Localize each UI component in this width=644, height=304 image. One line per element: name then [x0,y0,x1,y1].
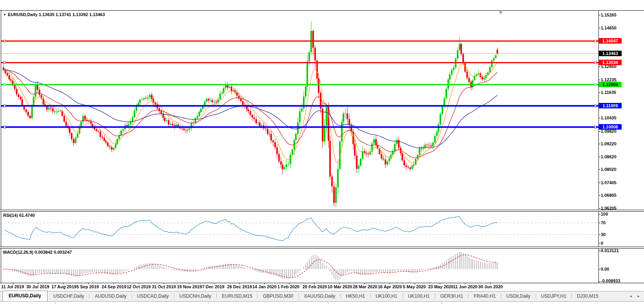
chart-tab-eurusd-m15[interactable]: EURUSD,M15 [217,292,257,301]
date-axis-label: 16 Apr 2020 [378,284,402,289]
date-axis-label: 14 Jan 2020 [252,284,277,289]
chart-shift-marker[interactable] [499,11,503,14]
chart-title-ohlc: 1.13635 1.13741 1.13392 1.13463 [39,12,105,17]
tab-scroll-arrows: ◄ ► [629,295,644,301]
price-axis-label: 1.06805 [601,193,617,198]
macd-axis-label: 0.00 [601,267,609,271]
date-axis-label: 23 May 2020 [428,284,453,289]
price-axis-label: 1.11635 [601,90,616,95]
date-axis-label: 17 Aug 2019 [51,284,77,289]
date-axis-label: 30 Jun 2020 [478,284,503,289]
chart-tabs: EURUSD,DailyUSDCHF,DailyAUDUSD,DailyUSDC… [2,291,604,301]
date-axis-label: 30 Jul 2019 [26,284,49,289]
date-axis-label: 31 Oct 2019 [152,284,176,289]
price-axis-label: 1.08620 [601,154,617,159]
price-axis-label: 1.14650 [601,26,617,30]
date-axis-label: 24 Sep 2019 [102,284,126,289]
chart-tab-fra40-h1[interactable]: FRA40,H1 [468,292,501,301]
price-axis-label: 1.09220 [601,141,617,146]
chart-tab-audusd-daily[interactable]: AUDUSD,Daily [90,292,132,301]
chart-tab-ger30-h1[interactable]: GER30,H1 [435,292,468,301]
rsi-indicator-label: RSI(14) 61.4740 [3,213,35,218]
chart-tab-usdcad-daily[interactable]: USDCAD,Daily [132,292,174,301]
line-price-label: 1.13034 [599,60,622,65]
mt4-window: ▼ M1M5M15M30H1H4D1W1MN ▼EURUSD,Daily 1.1… [0,0,644,304]
chart-tab-usoil-daily[interactable]: USOil,Daily [501,292,535,301]
window-caret-icon[interactable]: ▼ [3,13,6,16]
bottom-panel-edge [0,302,644,304]
chart-tab-xauusd-daily[interactable]: XAUUSD,Daily [299,292,340,301]
chart-tab-usdchf-daily[interactable]: USDCHF,Daily [48,292,90,301]
macd-indicator-label: MACD(12,26,9) 0.003842 0.003247 [3,250,72,255]
date-axis-label: 5 May 2020 [403,284,426,289]
date-axis-label: 5 Sep 2019 [77,284,99,289]
rsi-axis-label: 0 [601,241,603,245]
chart-tab-usdcnh-daily[interactable]: USDCNH,Daily [174,292,216,301]
line-price-label: 1.12004 [599,82,622,87]
rsi-axis-label: 70 [601,220,606,225]
chart-tab-usdjpy-h1[interactable]: USDJPY,H1 [536,292,571,301]
chart-tab-bar: EURUSD,DailyUSDCHF,DailyAUDUSD,DailyUSDC… [0,291,644,302]
date-axis-label: 20 Feb 2020 [302,284,327,289]
line-price-label: 1.13463 [599,51,622,56]
price-chart-canvas[interactable] [0,0,644,291]
line-price-label: 1.10008 [599,124,622,130]
chart-tab-eurusd-daily[interactable]: EURUSD,Daily [2,291,48,301]
chart-title-symbol: EURUSD,Daily [8,12,38,17]
date-axis-label: 7 Dec 2019 [202,284,225,289]
date-axis-label: 28 Mar 2020 [353,284,377,289]
date-axis-label: 10 Mar 2020 [327,284,352,289]
chart-tab-hk50-h1[interactable]: HK50,H1 [341,292,370,301]
chart-tab-uk100-h1[interactable]: UK100,H1 [371,292,402,301]
tab-scroll-left-icon[interactable]: ◄ [629,295,632,298]
rsi-axis-label: 100 [601,212,608,216]
date-axis-label: 11 Jun 2020 [453,284,478,289]
chart-title: ▼EURUSD,Daily 1.13635 1.13741 1.13392 1.… [3,12,105,17]
date-axis-label: 19 Nov 2019 [177,284,202,289]
date-axis-label: 11 Jul 2019 [1,284,24,289]
price-axis-label: 1.12235 [601,77,617,82]
price-axis-label: 1.07405 [601,180,617,185]
macd-axis-label: -0.008933 [601,278,620,283]
line-price-label: 1.14047 [599,38,622,44]
price-axis-label: 1.10435 [601,115,617,120]
tab-scroll-right-icon[interactable]: ► [637,295,640,298]
price-axis-label: 1.15265 [601,13,617,17]
date-axis-label: 26 Dec 2019 [227,284,252,289]
macd-axis-label: 0.013121 [601,248,619,253]
date-axis-label: 12 Oct 2019 [127,284,151,289]
date-axis-label: 1 Feb 2020 [277,284,299,289]
price-axis-label: 1.06205 [601,206,617,211]
chart-tab-dj30-m15[interactable]: DJ30,M15 [572,292,604,301]
chart-tab-uk100-h1[interactable]: UK100,H1 [403,292,435,301]
price-axis-label: 1.08020 [601,167,617,172]
line-price-label: 1.11009 [599,103,622,108]
chart-tab-gbpusd-m30[interactable]: GBPUSD,M30 [258,292,298,301]
rsi-axis-label: 30 [601,232,606,237]
